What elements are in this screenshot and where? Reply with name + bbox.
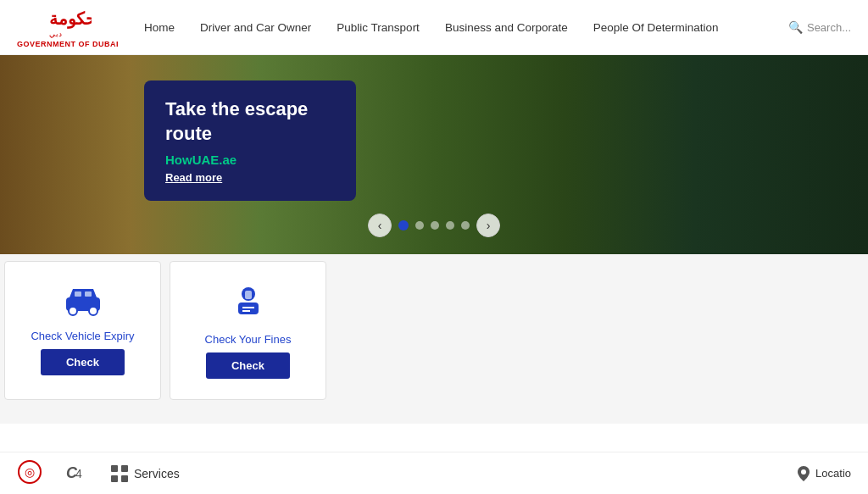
search-area[interactable]: 🔍 Search... (788, 20, 851, 34)
svg-rect-21 (111, 475, 118, 482)
nav-business[interactable]: Business and Corporate (445, 21, 568, 34)
nav-driver[interactable]: Driver and Car Owner (200, 21, 311, 34)
card-fines: Check Your Fines Check (170, 261, 326, 400)
hero-readmore[interactable]: Read more (165, 171, 335, 184)
svg-rect-7 (85, 291, 92, 297)
logo-area[interactable]: حكومة دبي GOVERNMENT OF DUBAI (17, 6, 119, 48)
carousel-dot-4[interactable] (446, 221, 454, 230)
svg-point-5 (89, 307, 97, 315)
card-fines-label: Check Your Fines (205, 333, 292, 346)
svg-rect-22 (121, 475, 128, 482)
carousel-dot-2[interactable] (415, 221, 424, 230)
nav-people[interactable]: People Of Determination (593, 21, 719, 34)
carousel-prev[interactable]: ‹ (368, 214, 392, 237)
logo-text: GOVERNMENT OF DUBAI (17, 40, 119, 48)
car-icon (63, 286, 103, 323)
services-button[interactable]: Services (110, 464, 180, 483)
cards-section: Check Vehicle Expiry Check Check Your Fi… (0, 254, 868, 424)
cards-row: Check Vehicle Expiry Check Check Your Fi… (0, 254, 868, 407)
location-area[interactable]: Locatio (796, 465, 851, 482)
svg-point-4 (69, 307, 77, 315)
card-vehicle-btn[interactable]: Check (41, 349, 125, 375)
svg-rect-6 (75, 291, 81, 297)
hero-subtitle: HowUAE.ae (165, 153, 335, 167)
carousel-next[interactable]: › (476, 214, 500, 237)
card-fines-btn[interactable]: Check (206, 352, 290, 379)
header: حكومة دبي GOVERNMENT OF DUBAI Home Drive… (0, 0, 868, 55)
location-pin-icon (796, 465, 811, 482)
nav-home[interactable]: Home (144, 21, 175, 34)
hero-overlay: Take the escape route HowUAE.ae Read mor… (144, 80, 356, 201)
card-vehicle-label: Check Vehicle Expiry (31, 330, 134, 342)
bottom-icon-circle[interactable]: ◎ (17, 459, 42, 488)
svg-marker-3 (70, 289, 97, 297)
search-label: Search... (807, 21, 851, 34)
svg-rect-20 (121, 465, 128, 472)
card-vehicle-expiry: Check Vehicle Expiry Check (4, 261, 161, 400)
svg-rect-19 (111, 465, 118, 472)
services-label: Services (134, 467, 180, 480)
bottom-bar: ◎ C 4 Services Locatio (0, 452, 868, 494)
search-icon: 🔍 (788, 20, 803, 34)
svg-text:4: 4 (75, 467, 82, 480)
svg-point-23 (801, 469, 806, 475)
svg-text:◎: ◎ (25, 465, 35, 479)
bottom-icon-c4[interactable]: C 4 (64, 459, 89, 488)
svg-rect-10 (245, 291, 252, 299)
services-grid-icon (110, 464, 129, 483)
main-nav: Home Driver and Car Owner Public Transpo… (144, 21, 788, 34)
carousel-dot-1[interactable] (398, 220, 409, 230)
carousel-controls: ‹ › (368, 214, 500, 237)
carousel-dot-3[interactable] (431, 221, 439, 230)
nav-transport[interactable]: Public Transport (337, 21, 420, 34)
location-label: Locatio (815, 467, 851, 480)
svg-text:دبي: دبي (49, 30, 62, 38)
hero-title: Take the escape route (165, 97, 335, 146)
carousel-dot-5[interactable] (461, 221, 470, 230)
hero-banner: Take the escape route HowUAE.ae Read mor… (0, 55, 868, 254)
svg-text:حكومة: حكومة (49, 9, 92, 29)
fines-icon (230, 282, 267, 326)
government-logo: حكومة دبي (45, 6, 92, 40)
